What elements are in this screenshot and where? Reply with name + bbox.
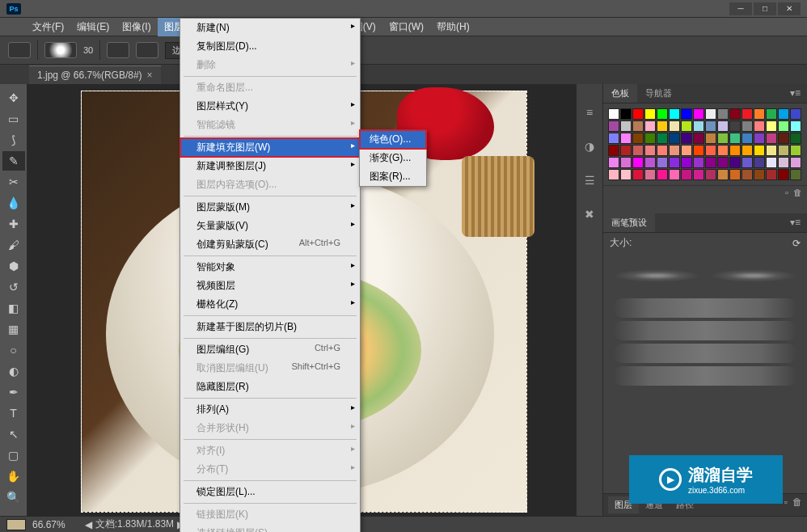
color-swatch[interactable] bbox=[669, 145, 680, 156]
hand-tool[interactable]: ✋ bbox=[2, 467, 25, 486]
brush-stroke-preview[interactable] bbox=[613, 298, 797, 318]
color-swatch[interactable] bbox=[766, 169, 777, 180]
color-swatch[interactable] bbox=[717, 108, 729, 120]
color-swatch[interactable] bbox=[681, 120, 692, 132]
menu-item[interactable]: 新建填充图层(W) bbox=[180, 138, 360, 157]
color-swatch[interactable] bbox=[620, 133, 632, 144]
color-swatch[interactable] bbox=[644, 145, 656, 156]
color-swatch[interactable] bbox=[754, 145, 765, 156]
color-swatch[interactable] bbox=[620, 108, 632, 120]
crop-tool[interactable]: ✂ bbox=[2, 172, 25, 192]
color-swatch[interactable] bbox=[705, 120, 716, 132]
color-swatch[interactable] bbox=[669, 108, 680, 120]
color-swatch[interactable] bbox=[742, 108, 753, 120]
color-swatch[interactable] bbox=[644, 120, 656, 132]
new-layer-icon[interactable]: ▫ bbox=[784, 496, 788, 513]
adjustments-icon[interactable]: ◑ bbox=[578, 136, 601, 157]
panel-menu-icon[interactable]: ▾≡ bbox=[784, 84, 807, 103]
menu-item[interactable]: 帮助(H) bbox=[430, 18, 476, 36]
new-swatch-icon[interactable]: ▫ bbox=[785, 188, 788, 197]
submenu-item[interactable]: 图案(R)... bbox=[360, 167, 426, 186]
color-swatch[interactable] bbox=[657, 145, 668, 156]
color-swatch[interactable] bbox=[778, 108, 789, 120]
color-swatch[interactable] bbox=[681, 108, 692, 120]
color-swatch[interactable] bbox=[620, 157, 632, 168]
quick-select-tool[interactable]: ✎ bbox=[2, 151, 25, 171]
history-icon[interactable]: ≡ bbox=[578, 102, 601, 123]
close-button[interactable]: ✕ bbox=[778, 2, 801, 15]
color-swatch[interactable] bbox=[729, 169, 741, 180]
dodge-tool[interactable]: ◐ bbox=[2, 361, 25, 381]
brush-list[interactable] bbox=[603, 253, 807, 392]
color-swatch[interactable] bbox=[632, 157, 644, 168]
color-swatch[interactable] bbox=[681, 157, 692, 168]
color-swatch[interactable] bbox=[681, 133, 692, 144]
color-swatch[interactable] bbox=[754, 133, 765, 144]
path-tool[interactable]: ↖ bbox=[2, 424, 25, 444]
color-swatch[interactable] bbox=[644, 169, 656, 180]
color-swatch[interactable] bbox=[644, 108, 656, 120]
color-swatch[interactable] bbox=[632, 120, 644, 132]
brush-toggle-icon[interactable]: ⟳ bbox=[792, 238, 801, 249]
color-swatch[interactable] bbox=[657, 133, 668, 144]
eraser-tool[interactable]: ◧ bbox=[2, 298, 25, 318]
color-swatch[interactable] bbox=[766, 108, 777, 120]
menu-item[interactable]: 隐藏图层(R) bbox=[180, 378, 360, 396]
color-swatch[interactable] bbox=[632, 108, 644, 120]
brush-presets-tab[interactable]: 画笔预设 bbox=[603, 213, 655, 232]
menu-item[interactable]: 智能对象 bbox=[180, 258, 360, 277]
color-swatch[interactable] bbox=[717, 169, 729, 180]
color-swatch[interactable] bbox=[632, 133, 644, 144]
marquee-tool[interactable]: ▭ bbox=[2, 109, 25, 129]
opt-icon-1[interactable] bbox=[107, 42, 129, 58]
pen-tool[interactable]: ✒ bbox=[2, 382, 25, 402]
color-swatch[interactable] bbox=[790, 157, 801, 168]
color-swatch[interactable] bbox=[608, 108, 619, 120]
menu-item[interactable]: 编辑(E) bbox=[70, 18, 116, 36]
color-swatch[interactable] bbox=[742, 169, 753, 180]
navigator-tab[interactable]: 导航器 bbox=[637, 84, 680, 103]
gradient-tool[interactable]: ▦ bbox=[2, 319, 25, 339]
color-swatch[interactable] bbox=[705, 169, 716, 180]
minimize-button[interactable]: ─ bbox=[729, 2, 752, 15]
color-swatch[interactable] bbox=[657, 120, 668, 132]
color-swatch[interactable] bbox=[717, 133, 729, 144]
color-swatch[interactable] bbox=[681, 169, 692, 180]
color-swatch[interactable] bbox=[681, 145, 692, 156]
menu-item[interactable]: 图像(I) bbox=[116, 18, 157, 36]
eyedropper-tool[interactable]: 💧 bbox=[2, 193, 25, 213]
lasso-tool[interactable]: ⟆ bbox=[2, 130, 25, 150]
color-swatch[interactable] bbox=[766, 120, 777, 132]
styles-icon[interactable]: ✖ bbox=[578, 204, 601, 225]
color-swatch[interactable] bbox=[754, 169, 765, 180]
color-swatch[interactable] bbox=[742, 157, 753, 168]
color-swatch[interactable] bbox=[778, 145, 789, 156]
color-swatch[interactable] bbox=[644, 157, 656, 168]
menu-item[interactable]: 图层编组(G)Ctrl+G bbox=[180, 340, 360, 359]
color-swatch[interactable] bbox=[632, 169, 644, 180]
color-swatch[interactable] bbox=[766, 157, 777, 168]
color-swatch[interactable] bbox=[620, 120, 632, 132]
color-swatch[interactable] bbox=[693, 133, 704, 144]
color-swatch[interactable] bbox=[669, 169, 680, 180]
menu-item[interactable]: 图层样式(Y) bbox=[180, 97, 360, 116]
color-swatch[interactable] bbox=[766, 133, 777, 144]
color-swatch[interactable] bbox=[608, 120, 619, 132]
brush-stroke-preview[interactable] bbox=[613, 344, 797, 363]
menu-item[interactable]: 新建(N) bbox=[180, 19, 360, 37]
color-swatch[interactable] bbox=[608, 169, 619, 180]
tool-preset-icon[interactable] bbox=[8, 42, 31, 58]
color-swatch[interactable] bbox=[705, 145, 716, 156]
brush-preview[interactable] bbox=[710, 263, 797, 289]
color-swatch[interactable] bbox=[778, 120, 789, 132]
opt-icon-2[interactable] bbox=[136, 42, 158, 58]
delete-swatch-icon[interactable]: 🗑 bbox=[793, 188, 802, 197]
brush-stroke-preview[interactable] bbox=[613, 321, 797, 340]
color-swatch[interactable] bbox=[729, 120, 741, 132]
maximize-button[interactable]: □ bbox=[754, 2, 776, 15]
color-swatch[interactable] bbox=[766, 145, 777, 156]
menu-item[interactable]: 文件(F) bbox=[26, 18, 70, 36]
color-swatch[interactable] bbox=[608, 145, 619, 156]
menu-item[interactable]: 锁定图层(L)... bbox=[180, 483, 360, 501]
menu-item[interactable]: 新建基于图层的切片(B) bbox=[180, 318, 360, 336]
